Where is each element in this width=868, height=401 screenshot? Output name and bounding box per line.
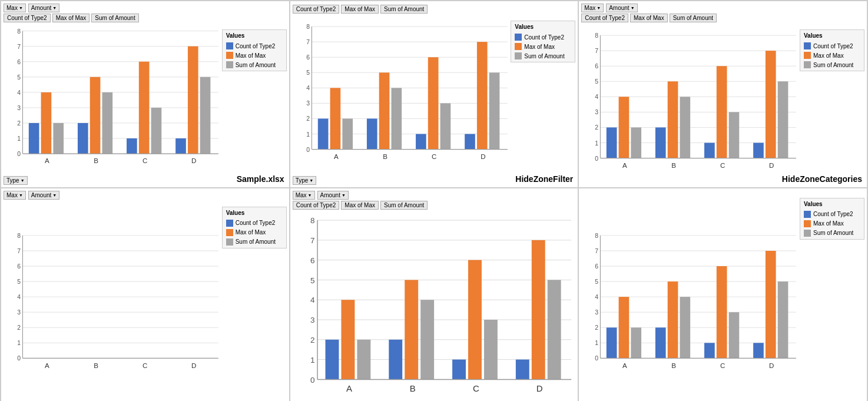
- svg-text:B: B: [94, 362, 98, 369]
- filter-tag[interactable]: Sum of Amount: [380, 5, 428, 14]
- filter-tag[interactable]: Count of Type2: [4, 14, 51, 22]
- filter-tag[interactable]: Sum of Amount: [670, 14, 717, 22]
- legend-color-swatch: [226, 61, 233, 68]
- filter-tag[interactable]: Max of Max: [341, 5, 379, 14]
- dropdown-btn-0[interactable]: Max: [4, 191, 26, 200]
- svg-text:1: 1: [310, 356, 315, 364]
- svg-rect-27: [139, 62, 150, 154]
- filter-tag[interactable]: Count of Type2: [293, 5, 340, 14]
- legend-item: Sum of Amount: [226, 61, 283, 68]
- filter-tag[interactable]: Max of Max: [630, 14, 668, 22]
- svg-text:1: 1: [595, 140, 598, 147]
- svg-rect-160: [484, 320, 498, 379]
- svg-rect-67: [477, 42, 488, 149]
- svg-rect-96: [680, 97, 691, 158]
- legend-color-swatch: [226, 42, 233, 49]
- dropdown-btn-0[interactable]: Max: [293, 191, 315, 200]
- filter-tag[interactable]: Sum of Amount: [91, 14, 138, 22]
- legend-color-swatch: [804, 61, 811, 68]
- legend-title: Values: [515, 24, 571, 30]
- svg-text:C: C: [432, 153, 436, 160]
- svg-text:8: 8: [310, 216, 315, 225]
- svg-text:5: 5: [310, 276, 315, 284]
- legend-item: Max of Max: [804, 220, 860, 227]
- svg-rect-54: [317, 118, 328, 149]
- legend-title: Values: [226, 210, 283, 216]
- dropdown-btn-1[interactable]: Amount: [606, 4, 637, 12]
- svg-text:8: 8: [595, 32, 598, 39]
- dropdown-btn-0[interactable]: Max: [4, 4, 26, 12]
- legend-color-swatch: [226, 238, 233, 246]
- legend-item: Count of Type2: [804, 42, 860, 49]
- legend-box: ValuesCount of Type2Max of MaxSum of Amo…: [222, 207, 287, 248]
- svg-rect-66: [465, 134, 475, 150]
- svg-text:C: C: [143, 362, 147, 369]
- type-filter-btn[interactable]: Type: [4, 176, 28, 185]
- svg-rect-100: [729, 112, 740, 158]
- svg-rect-198: [753, 343, 764, 358]
- svg-rect-91: [619, 97, 630, 158]
- legend-box: ValuesCount of Type2Max of MaxSum of Amo…: [800, 29, 864, 71]
- chart-area: 012345678ABCDValuesCount of Type2Max of …: [4, 24, 287, 175]
- svg-text:2: 2: [17, 324, 21, 331]
- legend-item-label: Count of Type2: [813, 43, 853, 49]
- legend-item: Count of Type2: [226, 42, 283, 49]
- svg-text:D: D: [191, 362, 196, 369]
- legend-item-label: Sum of Amount: [236, 238, 276, 245]
- panel-hideZoneSeries: MaxAmountCount of Type2Max of MaxSum of …: [290, 188, 579, 401]
- svg-text:C: C: [720, 162, 725, 169]
- svg-text:1: 1: [17, 135, 21, 142]
- svg-text:2: 2: [310, 336, 315, 344]
- svg-text:3: 3: [17, 309, 21, 316]
- legend-title: Values: [804, 201, 860, 207]
- svg-text:7: 7: [310, 236, 315, 245]
- legend-item: Max of Max: [804, 52, 860, 59]
- svg-rect-24: [102, 92, 112, 154]
- svg-rect-158: [452, 359, 466, 379]
- svg-rect-156: [420, 300, 434, 379]
- svg-text:4: 4: [595, 94, 598, 100]
- svg-text:B: B: [672, 162, 677, 169]
- legend-item: Max of Max: [515, 43, 571, 50]
- legend-item: Max of Max: [226, 229, 283, 236]
- filter-tag[interactable]: Sum of Amount: [380, 201, 428, 210]
- svg-rect-192: [680, 297, 691, 358]
- dropdown-btn-0[interactable]: Max: [581, 4, 604, 12]
- legend-item-label: Max of Max: [524, 44, 555, 50]
- svg-text:4: 4: [17, 90, 21, 96]
- svg-text:5: 5: [17, 74, 21, 81]
- filter-tag[interactable]: Count of Type2: [581, 14, 628, 22]
- legend-box: ValuesCount of Type2Max of MaxSum of Amo…: [511, 21, 575, 62]
- svg-text:0: 0: [306, 147, 310, 153]
- svg-rect-62: [416, 134, 426, 150]
- filter-tag[interactable]: Max of Max: [52, 14, 90, 22]
- dropdown-btn-1[interactable]: Amount: [28, 191, 59, 200]
- dropdown-btn-1[interactable]: Amount: [317, 191, 349, 200]
- legend-color-swatch: [515, 43, 522, 50]
- filter-tag[interactable]: Count of Type2: [293, 201, 340, 210]
- svg-text:C: C: [473, 383, 479, 393]
- svg-rect-92: [631, 127, 642, 158]
- svg-rect-55: [330, 88, 340, 149]
- svg-text:5: 5: [595, 279, 598, 285]
- svg-rect-191: [668, 281, 678, 358]
- svg-rect-60: [391, 88, 402, 149]
- chart-area: 012345678ABCDValuesCount of Type2Max of …: [293, 15, 576, 175]
- legend-item: Count of Type2: [515, 34, 571, 41]
- svg-rect-68: [489, 72, 499, 149]
- svg-text:4: 4: [310, 296, 315, 304]
- chart-svg: 012345678ABCD: [581, 192, 800, 401]
- top-controls: MaxAmount: [581, 4, 864, 12]
- svg-rect-95: [668, 81, 678, 158]
- panel-hideAll: 012345678ABCDValuesCount of Type2Max of …: [578, 188, 867, 401]
- filter-tag[interactable]: Max of Max: [341, 201, 379, 210]
- dropdown-btn-1[interactable]: Amount: [28, 4, 59, 12]
- svg-rect-31: [188, 47, 198, 154]
- svg-rect-200: [778, 281, 789, 358]
- svg-rect-164: [547, 280, 561, 379]
- panel-label: Sample.xlsx: [237, 174, 284, 184]
- type-filter-btn[interactable]: Type: [293, 176, 317, 185]
- legend-item-label: Max of Max: [236, 229, 266, 236]
- svg-rect-59: [379, 72, 389, 149]
- svg-text:8: 8: [17, 233, 21, 239]
